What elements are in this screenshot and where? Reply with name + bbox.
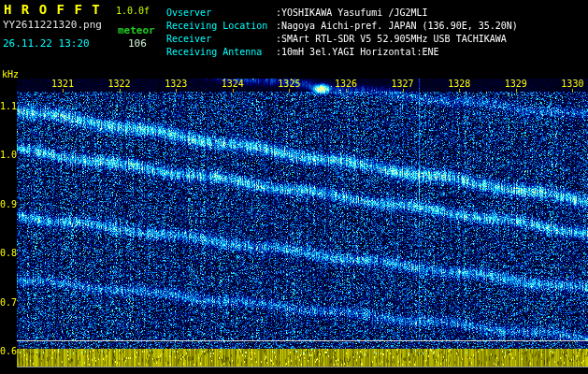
khz-axis-label: kHz bbox=[2, 69, 19, 79]
app-title: H R O F F T bbox=[4, 3, 101, 17]
info-row-observer: Ovserver:YOSHIKAWA Yasufumi /JG2MLI bbox=[166, 7, 428, 19]
info-row-antenna: Receiving Antenna:10mH 3el.YAGI Horizont… bbox=[166, 47, 439, 58]
location-label: Receiving Location bbox=[166, 21, 276, 32]
mode-label: meteor bbox=[118, 25, 155, 36]
timestamp: 26.11.22 13:20 bbox=[3, 38, 90, 50]
hrofft-window: H R O F F T 1.0.0f YY2611221320.png mete… bbox=[0, 0, 588, 374]
echo-count: 106 bbox=[128, 38, 147, 50]
receiver-value: :SMArt RTL-SDR V5 52.905MHz USB TACHIKAW… bbox=[276, 34, 507, 44]
antenna-value: :10mH 3el.YAGI Horizontal:ENE bbox=[276, 47, 439, 57]
app-version: 1.0.0f bbox=[116, 6, 150, 16]
info-row-location: Receiving Location:Nagoya Aichi-pref. JA… bbox=[166, 21, 518, 32]
receiver-label: Receiver bbox=[166, 34, 276, 45]
observer-label: Ovserver bbox=[166, 7, 276, 19]
antenna-label: Receiving Antenna bbox=[166, 47, 276, 58]
location-value: :Nagoya Aichi-pref. JAPAN (136.90E, 35.2… bbox=[276, 21, 518, 31]
info-row-receiver: Receiver:SMArt RTL-SDR V5 52.905MHz USB … bbox=[166, 34, 507, 45]
observer-value: :YOSHIKAWA Yasufumi /JG2MLI bbox=[276, 7, 428, 18]
output-filename: YY2611221320.png bbox=[3, 20, 102, 31]
